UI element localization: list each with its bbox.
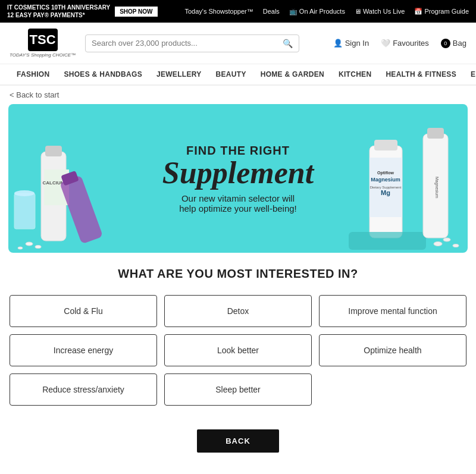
interest-detox[interactable]: Detox bbox=[164, 295, 312, 327]
bag-count: 0 bbox=[441, 39, 450, 48]
bag-button[interactable]: 0 Bag bbox=[441, 39, 466, 48]
tv-icon: 🖥 bbox=[355, 8, 361, 15]
nav-health-fitness[interactable]: HEALTH & FITNESS bbox=[378, 64, 464, 84]
top-nav-links: Today's Showstopper™ Deals 📺 On Air Prod… bbox=[185, 8, 469, 15]
showstopper-link[interactable]: Today's Showstopper™ bbox=[185, 8, 253, 15]
program-guide-link[interactable]: 📅 Program Guide bbox=[414, 8, 469, 15]
svg-rect-18 bbox=[349, 232, 426, 250]
deals-link[interactable]: Deals bbox=[263, 8, 280, 15]
sign-in-button[interactable]: 👤 Sign In bbox=[333, 39, 369, 48]
search-icon[interactable]: 🔍 bbox=[283, 39, 293, 48]
hero-supplement-text: Supplement bbox=[162, 158, 314, 189]
svg-point-8 bbox=[26, 242, 33, 246]
interest-grid-row3: Reduce stress/anxiety Sleep better bbox=[10, 373, 466, 406]
nav-shoes-handbags[interactable]: SHOES & HANDBAGS bbox=[57, 64, 149, 84]
nav-jewellery[interactable]: JEWELLERY bbox=[149, 64, 209, 84]
anniversary-promo: IT COSMETICS 10TH ANNIVERSARY 12 EASY PA… bbox=[7, 4, 158, 19]
svg-text:Magnesium: Magnesium bbox=[371, 177, 400, 183]
user-icon: 👤 bbox=[333, 39, 343, 48]
interest-look-better[interactable]: Look better bbox=[164, 334, 312, 366]
nav-fashion[interactable]: FASHION bbox=[10, 64, 57, 84]
svg-point-24 bbox=[453, 244, 459, 247]
watch-live-link[interactable]: 🖥 Watch Us Live bbox=[355, 8, 405, 15]
interest-reduce-stress[interactable]: Reduce stress/anxiety bbox=[10, 373, 157, 406]
interest-title: WHAT ARE YOU MOST INTERESTED IN? bbox=[10, 267, 466, 281]
nav-beauty[interactable]: BEAUTY bbox=[209, 64, 253, 84]
svg-rect-20 bbox=[427, 128, 444, 139]
nav-electronics[interactable]: ELECTRONICS bbox=[464, 64, 476, 84]
svg-rect-12 bbox=[374, 140, 397, 150]
svg-rect-0 bbox=[14, 193, 35, 229]
svg-text:Magnesium: Magnesium bbox=[434, 177, 439, 198]
svg-text:Optiflow: Optiflow bbox=[377, 171, 394, 175]
nav-kitchen[interactable]: KITCHEN bbox=[331, 64, 378, 84]
interest-optimize-health[interactable]: Optimize health bbox=[319, 334, 466, 366]
svg-point-10 bbox=[18, 247, 23, 249]
interest-cold-flu[interactable]: Cold & Flu bbox=[10, 295, 157, 327]
svg-point-1 bbox=[14, 190, 35, 196]
hero-subtitle: Our new vitamin selector willhelp optimi… bbox=[162, 193, 314, 214]
on-air-icon: 📺 bbox=[289, 8, 298, 15]
svg-point-9 bbox=[35, 246, 41, 249]
hero-content: FIND THE RIGHT Supplement Our new vitami… bbox=[162, 144, 314, 214]
search-input[interactable] bbox=[92, 39, 283, 48]
interest-improve-mental[interactable]: Improve mental function bbox=[319, 295, 466, 327]
back-section: BACK bbox=[0, 415, 476, 470]
svg-text:Mg: Mg bbox=[381, 189, 390, 196]
back-button[interactable]: BACK bbox=[197, 429, 279, 453]
search-bar[interactable]: 🔍 bbox=[85, 34, 299, 52]
shop-now-button[interactable]: SHOP NOW bbox=[115, 7, 157, 17]
nav-home-garden[interactable]: HOME & GARDEN bbox=[253, 64, 331, 84]
hero-banner: CALCIUM Optiflow Magnesium Dietary Suppl… bbox=[8, 104, 468, 253]
hero-right-bottles: Optiflow Magnesium Dietary Supplement Mg… bbox=[337, 110, 468, 253]
logo-tagline: TODAY'S Shopping CHOICE™ bbox=[10, 52, 76, 58]
interest-grid-row2: Increase energy Look better Optimize hea… bbox=[10, 334, 466, 366]
sign-in-label: Sign In bbox=[345, 39, 369, 48]
main-nav: FASHION SHOES & HANDBAGS JEWELLERY BEAUT… bbox=[0, 64, 476, 86]
favourites-label: Favourites bbox=[393, 39, 429, 48]
on-air-products-link[interactable]: 📺 On Air Products bbox=[289, 8, 345, 15]
interest-section: WHAT ARE YOU MOST INTERESTED IN? Cold & … bbox=[0, 253, 476, 415]
interest-sleep-better[interactable]: Sleep better bbox=[164, 373, 312, 406]
breadcrumb[interactable]: Back to start bbox=[0, 86, 476, 104]
svg-rect-3 bbox=[45, 146, 62, 156]
site-header: TSC TODAY'S Shopping CHOICE™ 🔍 👤 Sign In… bbox=[0, 23, 476, 64]
logo[interactable]: TSC TODAY'S Shopping CHOICE™ bbox=[10, 29, 76, 58]
favourites-button[interactable]: 🤍 Favourites bbox=[381, 39, 429, 48]
header-actions: 👤 Sign In 🤍 Favourites 0 Bag bbox=[333, 39, 466, 48]
top-announcement-bar: IT COSMETICS 10TH ANNIVERSARY 12 EASY PA… bbox=[0, 0, 476, 23]
logo-box: TSC bbox=[28, 29, 58, 51]
interest-grid-row1: Cold & Flu Detox Improve mental function bbox=[10, 295, 466, 327]
anniversary-text: IT COSMETICS 10TH ANNIVERSARY 12 EASY PA… bbox=[7, 4, 110, 19]
svg-point-22 bbox=[434, 242, 442, 246]
svg-point-23 bbox=[443, 238, 450, 241]
calendar-icon: 📅 bbox=[414, 8, 422, 15]
interest-increase-energy[interactable]: Increase energy bbox=[10, 334, 157, 366]
hero-left-bottles: CALCIUM bbox=[8, 110, 139, 253]
bag-label: Bag bbox=[453, 39, 466, 48]
heart-icon: 🤍 bbox=[381, 39, 390, 48]
